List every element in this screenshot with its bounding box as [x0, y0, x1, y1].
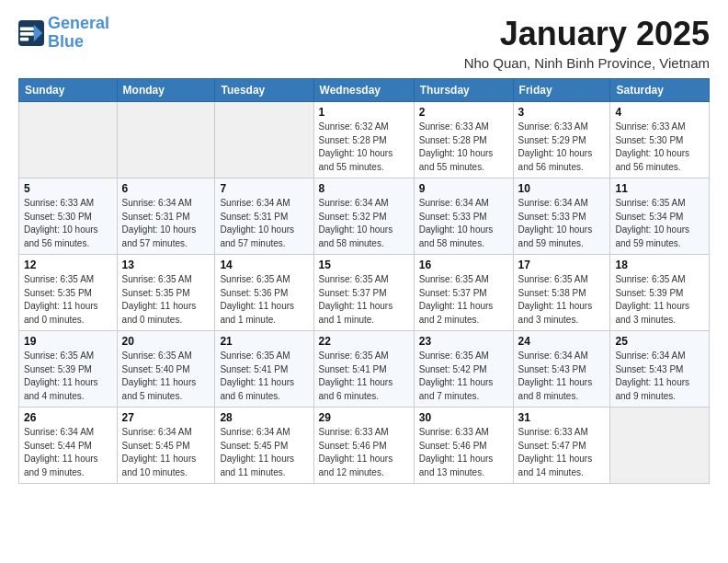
calendar-cell: 19Sunrise: 6:35 AM Sunset: 5:39 PM Dayli…	[19, 331, 118, 408]
day-number: 3	[518, 106, 606, 119]
calendar-cell	[215, 102, 313, 178]
calendar-cell	[19, 102, 118, 178]
col-sunday: Sunday	[19, 79, 118, 102]
svg-rect-4	[20, 37, 28, 40]
day-number: 9	[419, 182, 508, 195]
day-number: 7	[220, 182, 308, 195]
calendar-table: Sunday Monday Tuesday Wednesday Thursday…	[18, 78, 710, 484]
day-number: 1	[319, 106, 409, 119]
day-number: 19	[24, 335, 112, 348]
calendar-cell: 12Sunrise: 6:35 AM Sunset: 5:35 PM Dayli…	[19, 255, 118, 331]
day-detail: Sunrise: 6:35 AM Sunset: 5:37 PM Dayligh…	[419, 273, 508, 327]
col-tuesday: Tuesday	[215, 79, 313, 102]
calendar-header-row: Sunday Monday Tuesday Wednesday Thursday…	[19, 79, 710, 102]
calendar-cell: 30Sunrise: 6:33 AM Sunset: 5:46 PM Dayli…	[414, 408, 513, 484]
calendar-cell: 25Sunrise: 6:34 AM Sunset: 5:43 PM Dayli…	[610, 331, 710, 408]
calendar-cell: 17Sunrise: 6:35 AM Sunset: 5:38 PM Dayli…	[513, 255, 610, 331]
col-wednesday: Wednesday	[313, 79, 414, 102]
calendar-cell: 29Sunrise: 6:33 AM Sunset: 5:46 PM Dayli…	[313, 408, 414, 484]
calendar-cell	[117, 102, 215, 178]
day-number: 21	[220, 335, 308, 348]
calendar-cell: 15Sunrise: 6:35 AM Sunset: 5:37 PM Dayli…	[313, 255, 414, 331]
day-number: 18	[615, 259, 704, 271]
day-detail: Sunrise: 6:34 AM Sunset: 5:31 PM Dayligh…	[220, 197, 308, 250]
location-subtitle: Nho Quan, Ninh Binh Province, Vietnam	[464, 55, 710, 71]
calendar-cell: 4Sunrise: 6:33 AM Sunset: 5:30 PM Daylig…	[610, 102, 710, 178]
calendar-cell: 23Sunrise: 6:35 AM Sunset: 5:42 PM Dayli…	[414, 331, 513, 408]
month-title: January 2025	[464, 15, 710, 53]
svg-rect-3	[20, 32, 34, 36]
calendar-cell: 7Sunrise: 6:34 AM Sunset: 5:31 PM Daylig…	[215, 178, 313, 255]
calendar-cell: 24Sunrise: 6:34 AM Sunset: 5:43 PM Dayli…	[513, 331, 610, 408]
page: General Blue January 2025 Nho Quan, Ninh…	[0, 0, 728, 563]
calendar-cell: 18Sunrise: 6:35 AM Sunset: 5:39 PM Dayli…	[610, 255, 710, 331]
calendar-cell: 6Sunrise: 6:34 AM Sunset: 5:31 PM Daylig…	[117, 178, 215, 255]
day-number: 29	[319, 411, 409, 424]
calendar-week-row-5: 26Sunrise: 6:34 AM Sunset: 5:44 PM Dayli…	[19, 408, 710, 484]
calendar-cell: 31Sunrise: 6:33 AM Sunset: 5:47 PM Dayli…	[513, 408, 610, 484]
calendar-cell: 9Sunrise: 6:34 AM Sunset: 5:33 PM Daylig…	[414, 178, 513, 255]
calendar-cell: 16Sunrise: 6:35 AM Sunset: 5:37 PM Dayli…	[414, 255, 513, 331]
day-number: 25	[615, 335, 704, 348]
calendar-cell: 20Sunrise: 6:35 AM Sunset: 5:40 PM Dayli…	[117, 331, 215, 408]
day-detail: Sunrise: 6:34 AM Sunset: 5:32 PM Dayligh…	[319, 197, 409, 250]
calendar-cell: 3Sunrise: 6:33 AM Sunset: 5:29 PM Daylig…	[513, 102, 610, 178]
day-detail: Sunrise: 6:35 AM Sunset: 5:35 PM Dayligh…	[24, 273, 112, 327]
day-number: 22	[319, 335, 409, 348]
day-detail: Sunrise: 6:33 AM Sunset: 5:28 PM Dayligh…	[419, 121, 508, 174]
day-detail: Sunrise: 6:33 AM Sunset: 5:29 PM Dayligh…	[518, 121, 606, 174]
calendar-cell: 14Sunrise: 6:35 AM Sunset: 5:36 PM Dayli…	[215, 255, 313, 331]
calendar-week-row-4: 19Sunrise: 6:35 AM Sunset: 5:39 PM Dayli…	[19, 331, 710, 408]
calendar-cell: 10Sunrise: 6:34 AM Sunset: 5:33 PM Dayli…	[513, 178, 610, 255]
day-detail: Sunrise: 6:35 AM Sunset: 5:41 PM Dayligh…	[220, 350, 308, 403]
day-number: 8	[319, 182, 409, 195]
logo-text: General Blue	[48, 15, 109, 52]
day-number: 10	[518, 182, 606, 195]
day-number: 24	[518, 335, 606, 348]
calendar-cell: 27Sunrise: 6:34 AM Sunset: 5:45 PM Dayli…	[117, 408, 215, 484]
logo: General Blue	[18, 15, 109, 52]
calendar-week-row-2: 5Sunrise: 6:33 AM Sunset: 5:30 PM Daylig…	[19, 178, 710, 255]
day-number: 15	[319, 259, 409, 271]
calendar-cell: 28Sunrise: 6:34 AM Sunset: 5:45 PM Dayli…	[215, 408, 313, 484]
day-number: 27	[122, 411, 210, 424]
day-number: 13	[122, 259, 210, 271]
day-detail: Sunrise: 6:32 AM Sunset: 5:28 PM Dayligh…	[319, 121, 409, 174]
day-number: 16	[419, 259, 508, 271]
day-detail: Sunrise: 6:34 AM Sunset: 5:43 PM Dayligh…	[518, 350, 606, 403]
day-number: 14	[220, 259, 308, 271]
svg-rect-2	[20, 27, 34, 30]
calendar-cell: 11Sunrise: 6:35 AM Sunset: 5:34 PM Dayli…	[610, 178, 710, 255]
day-number: 12	[24, 259, 112, 271]
day-detail: Sunrise: 6:35 AM Sunset: 5:35 PM Dayligh…	[122, 273, 210, 327]
day-detail: Sunrise: 6:33 AM Sunset: 5:30 PM Dayligh…	[24, 197, 112, 250]
day-number: 4	[615, 106, 704, 119]
col-friday: Friday	[513, 79, 610, 102]
day-number: 23	[419, 335, 508, 348]
day-detail: Sunrise: 6:34 AM Sunset: 5:33 PM Dayligh…	[518, 197, 606, 250]
day-detail: Sunrise: 6:35 AM Sunset: 5:41 PM Dayligh…	[319, 350, 409, 403]
day-detail: Sunrise: 6:35 AM Sunset: 5:42 PM Dayligh…	[419, 350, 508, 403]
calendar-week-row-1: 1Sunrise: 6:32 AM Sunset: 5:28 PM Daylig…	[19, 102, 710, 178]
day-detail: Sunrise: 6:35 AM Sunset: 5:37 PM Dayligh…	[319, 273, 409, 327]
header: General Blue January 2025 Nho Quan, Ninh…	[18, 15, 710, 71]
day-detail: Sunrise: 6:33 AM Sunset: 5:46 PM Dayligh…	[419, 426, 508, 479]
day-detail: Sunrise: 6:34 AM Sunset: 5:45 PM Dayligh…	[220, 426, 308, 479]
calendar-cell	[610, 408, 710, 484]
day-number: 17	[518, 259, 606, 271]
calendar-cell: 5Sunrise: 6:33 AM Sunset: 5:30 PM Daylig…	[19, 178, 118, 255]
calendar-cell: 26Sunrise: 6:34 AM Sunset: 5:44 PM Dayli…	[19, 408, 118, 484]
col-monday: Monday	[117, 79, 215, 102]
day-detail: Sunrise: 6:33 AM Sunset: 5:47 PM Dayligh…	[518, 426, 606, 479]
day-number: 20	[122, 335, 210, 348]
day-number: 28	[220, 411, 308, 424]
day-number: 6	[122, 182, 210, 195]
day-detail: Sunrise: 6:35 AM Sunset: 5:39 PM Dayligh…	[615, 273, 704, 327]
day-detail: Sunrise: 6:35 AM Sunset: 5:40 PM Dayligh…	[122, 350, 210, 403]
calendar-week-row-3: 12Sunrise: 6:35 AM Sunset: 5:35 PM Dayli…	[19, 255, 710, 331]
day-detail: Sunrise: 6:34 AM Sunset: 5:44 PM Dayligh…	[24, 426, 112, 479]
calendar-cell: 13Sunrise: 6:35 AM Sunset: 5:35 PM Dayli…	[117, 255, 215, 331]
day-detail: Sunrise: 6:35 AM Sunset: 5:34 PM Dayligh…	[615, 197, 704, 250]
day-detail: Sunrise: 6:34 AM Sunset: 5:31 PM Dayligh…	[122, 197, 210, 250]
day-detail: Sunrise: 6:35 AM Sunset: 5:39 PM Dayligh…	[24, 350, 112, 403]
